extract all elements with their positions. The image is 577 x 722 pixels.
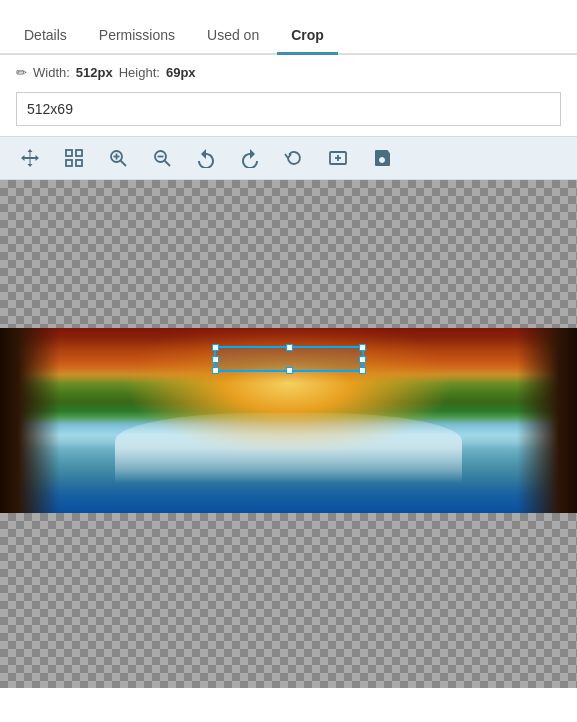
save-icon [372, 148, 392, 168]
trees-left-overlay [0, 328, 60, 513]
width-value: 512px [76, 65, 113, 80]
tab-crop[interactable]: Crop [277, 17, 338, 53]
dimensions-row: ✏ Width: 512px Height: 69px [0, 55, 577, 86]
move-icon [20, 148, 40, 168]
rotate-left-icon [196, 148, 216, 168]
rotate-right-button[interactable] [228, 140, 272, 176]
svg-rect-0 [66, 150, 72, 156]
svg-rect-3 [76, 160, 82, 166]
save-button[interactable] [360, 140, 404, 176]
crop-handle-mid-left[interactable] [212, 356, 219, 363]
reset-button[interactable] [272, 140, 316, 176]
tabs-nav: Details Permissions Used on Crop [0, 0, 577, 55]
fit-screen-icon [328, 148, 348, 168]
image-strip [0, 328, 577, 513]
height-value: 69px [166, 65, 196, 80]
crop-handle-bottom-mid[interactable] [286, 367, 293, 374]
crop-handle-bottom-right[interactable] [359, 367, 366, 374]
crop-selection-box[interactable] [214, 346, 364, 372]
trees-right-overlay [517, 328, 577, 513]
rotate-left-button[interactable] [184, 140, 228, 176]
crop-handle-top-left[interactable] [212, 344, 219, 351]
height-label: Height: [119, 65, 160, 80]
rotate-right-icon [240, 148, 260, 168]
crop-toolbar [0, 136, 577, 180]
svg-rect-1 [76, 150, 82, 156]
crop-handle-mid-right[interactable] [359, 356, 366, 363]
waterfall-cascades [115, 413, 461, 483]
tab-permissions[interactable]: Permissions [85, 17, 189, 53]
svg-rect-2 [66, 160, 72, 166]
reset-icon [284, 148, 304, 168]
bottom-transparent-area [0, 513, 577, 688]
top-transparent-area [0, 180, 577, 328]
crop-dimensions-input[interactable] [16, 92, 561, 126]
grid-icon [64, 148, 84, 168]
zoom-out-icon [152, 148, 172, 168]
crop-handle-top-mid[interactable] [286, 344, 293, 351]
zoom-out-button[interactable] [140, 140, 184, 176]
pencil-icon: ✏ [16, 65, 27, 80]
zoom-in-icon [108, 148, 128, 168]
zoom-in-button[interactable] [96, 140, 140, 176]
tab-details[interactable]: Details [10, 17, 81, 53]
crop-handle-bottom-left[interactable] [212, 367, 219, 374]
svg-line-9 [165, 161, 171, 167]
svg-line-5 [121, 161, 127, 167]
crop-input-row [0, 86, 577, 136]
canvas-area [0, 180, 577, 688]
fit-screen-button[interactable] [316, 140, 360, 176]
grid-tool-button[interactable] [52, 140, 96, 176]
width-label: Width: [33, 65, 70, 80]
tab-used-on[interactable]: Used on [193, 17, 273, 53]
move-tool-button[interactable] [8, 140, 52, 176]
crop-handle-top-right[interactable] [359, 344, 366, 351]
